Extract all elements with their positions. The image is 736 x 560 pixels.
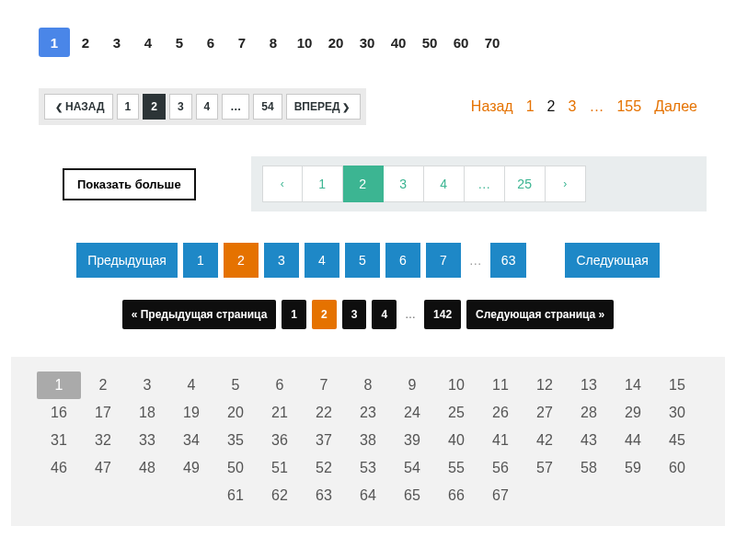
page-18[interactable]: 18 [125, 399, 169, 427]
page-1[interactable]: 1 [303, 166, 343, 202]
page-12[interactable]: 12 [523, 371, 567, 399]
prev-button[interactable]: « Предыдущая страница [122, 300, 277, 329]
page-6[interactable]: 6 [258, 371, 302, 399]
page-57[interactable]: 57 [523, 454, 567, 482]
prev-button[interactable]: ❮НАЗАД [44, 94, 113, 120]
page-4[interactable]: 4 [169, 371, 213, 399]
page-46[interactable]: 46 [37, 454, 81, 482]
page-43[interactable]: 43 [567, 427, 611, 454]
page-26[interactable]: 26 [478, 399, 523, 427]
page-48[interactable]: 48 [125, 454, 169, 482]
page-50[interactable]: 50 [414, 28, 445, 57]
page-47[interactable]: 47 [81, 454, 125, 482]
page-2[interactable]: 2 [547, 98, 556, 115]
page-6[interactable]: 6 [385, 243, 420, 278]
page-21[interactable]: 21 [258, 399, 302, 427]
page-54[interactable]: 54 [253, 94, 282, 120]
page-39[interactable]: 39 [390, 427, 434, 454]
page-10[interactable]: 10 [434, 371, 478, 399]
page-10[interactable]: 10 [289, 28, 320, 57]
page-51[interactable]: 51 [258, 454, 302, 482]
page-8[interactable]: 8 [258, 28, 289, 57]
page-44[interactable]: 44 [611, 427, 655, 454]
page-56[interactable]: 56 [478, 454, 523, 482]
page-34[interactable]: 34 [169, 427, 213, 454]
page-63[interactable]: 63 [302, 482, 346, 509]
page-66[interactable]: 66 [434, 482, 478, 509]
page-17[interactable]: 17 [81, 399, 125, 427]
page-5[interactable]: 5 [164, 28, 195, 57]
prev-link[interactable]: Назад [471, 98, 513, 115]
page-52[interactable]: 52 [302, 454, 346, 482]
page-14[interactable]: 14 [611, 371, 655, 399]
page-4[interactable]: 4 [372, 300, 397, 329]
page-27[interactable]: 27 [523, 399, 567, 427]
page-58[interactable]: 58 [567, 454, 611, 482]
page-last[interactable]: 142 [424, 300, 461, 329]
next-button[interactable]: › [546, 166, 586, 202]
page-38[interactable]: 38 [346, 427, 390, 454]
page-36[interactable]: 36 [258, 427, 302, 454]
page-2[interactable]: 2 [70, 28, 101, 57]
page-30[interactable]: 30 [351, 28, 383, 57]
next-link[interactable]: Далее [654, 98, 697, 115]
page-40[interactable]: 40 [383, 28, 414, 57]
page-33[interactable]: 33 [125, 427, 169, 454]
page-28[interactable]: 28 [567, 399, 611, 427]
page-53[interactable]: 53 [346, 454, 390, 482]
page-3[interactable]: 3 [264, 243, 299, 278]
page-31[interactable]: 31 [37, 427, 81, 454]
next-button[interactable]: Следующая [565, 243, 659, 278]
page-9[interactable]: 9 [390, 371, 434, 399]
page-7[interactable]: 7 [302, 371, 346, 399]
page-59[interactable]: 59 [611, 454, 655, 482]
page-5[interactable]: 5 [213, 371, 258, 399]
page-1[interactable]: 1 [37, 371, 81, 399]
page-1[interactable]: 1 [39, 28, 70, 57]
page-49[interactable]: 49 [169, 454, 213, 482]
page-30[interactable]: 30 [655, 399, 699, 427]
page-41[interactable]: 41 [478, 427, 523, 454]
page-60[interactable]: 60 [445, 28, 477, 57]
page-64[interactable]: 64 [346, 482, 390, 509]
page-1[interactable]: 1 [526, 98, 535, 115]
page-67[interactable]: 67 [478, 482, 523, 509]
page-3[interactable]: 3 [342, 300, 367, 329]
page-8[interactable]: 8 [346, 371, 390, 399]
next-button[interactable]: Следующая страница » [466, 300, 614, 329]
page-11[interactable]: 11 [478, 371, 523, 399]
page-20[interactable]: 20 [213, 399, 258, 427]
prev-button[interactable]: Предыдущая [76, 243, 178, 278]
page-2[interactable]: 2 [143, 94, 166, 120]
page-3[interactable]: 3 [169, 94, 192, 120]
page-37[interactable]: 37 [302, 427, 346, 454]
page-15[interactable]: 15 [655, 371, 699, 399]
page-1[interactable]: 1 [183, 243, 218, 278]
page-155[interactable]: 155 [616, 98, 641, 115]
page-last[interactable]: 63 [490, 243, 527, 278]
page-16[interactable]: 16 [37, 399, 81, 427]
page-25[interactable]: 25 [434, 399, 478, 427]
page-7[interactable]: 7 [426, 243, 461, 278]
page-35[interactable]: 35 [213, 427, 258, 454]
page-2[interactable]: 2 [224, 243, 259, 278]
page-19[interactable]: 19 [169, 399, 213, 427]
page-45[interactable]: 45 [655, 427, 699, 454]
page-4[interactable]: 4 [305, 243, 339, 278]
page-20[interactable]: 20 [320, 28, 351, 57]
show-more-button[interactable]: Показать больше [63, 168, 196, 200]
page-42[interactable]: 42 [523, 427, 567, 454]
page-40[interactable]: 40 [434, 427, 478, 454]
page-23[interactable]: 23 [346, 399, 390, 427]
page-2[interactable]: 2 [312, 300, 337, 329]
page-4[interactable]: 4 [196, 94, 219, 120]
prev-button[interactable]: ‹ [262, 166, 303, 202]
page-6[interactable]: 6 [195, 28, 226, 57]
page-62[interactable]: 62 [258, 482, 302, 509]
page-7[interactable]: 7 [226, 28, 258, 57]
page-4[interactable]: 4 [424, 166, 465, 202]
page-1[interactable]: 1 [282, 300, 306, 329]
page-55[interactable]: 55 [434, 454, 478, 482]
page-70[interactable]: 70 [477, 28, 508, 57]
page-22[interactable]: 22 [302, 399, 346, 427]
